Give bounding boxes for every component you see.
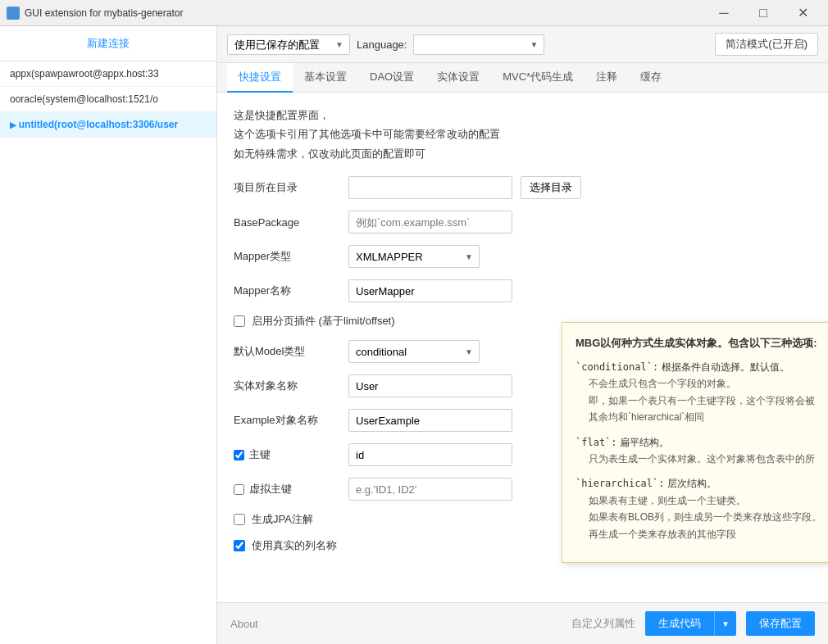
tooltip-hierarchical-detail1: 如果表有主键，则生成一个主键类。	[589, 492, 828, 509]
tooltip-hierarchical-detail2: 如果表有BLOB列，则生成另一个类来存放这些字段。	[589, 509, 828, 525]
generate-jpa-checkbox[interactable]	[234, 514, 245, 525]
main-layout: 新建连接 appx(spawpawroot@appx.host:33 oorac…	[0, 26, 828, 644]
mapper-name-label: Mapper名称	[234, 283, 340, 298]
desc-line-3: 如无特殊需求，仅改动此页面的配置即可	[234, 144, 812, 163]
sidebar-header: 新建连接	[0, 26, 216, 61]
sidebar-item-untitled[interactable]: untitled(root@localhost:3306/user	[0, 112, 216, 138]
pagination-label[interactable]: 启用分页插件 (基于limit/offset)	[252, 314, 395, 329]
language-label: Language:	[357, 39, 407, 51]
pagination-checkbox[interactable]	[234, 315, 245, 327]
mapper-name-input[interactable]	[348, 279, 512, 302]
tab-cache[interactable]: 缓存	[629, 63, 673, 93]
use-real-col-label[interactable]: 使用真实的列名称	[252, 538, 337, 553]
language-select[interactable]	[413, 34, 544, 55]
desc-line-2: 这个选项卡引用了其他选项卡中可能需要经常改动的配置	[234, 125, 812, 143]
tab-dao-settings[interactable]: DAO设置	[358, 63, 425, 93]
tab-entity-settings[interactable]: 实体设置	[425, 63, 491, 93]
bottom-bar: About 自定义列属性 生成代码 ▼ 保存配置	[217, 602, 828, 644]
tooltip-conditional-section: `conditional`: 根据条件自动选择。默认值。 不会生成只包含一个字段…	[576, 359, 828, 426]
tooltip-conditional-detail2: 即，如果一个表只有一个主键字段，这个字段将会被	[589, 392, 828, 409]
form-content: 这是快捷配置界面， 这个选项卡引用了其他选项卡中可能需要经常改动的配置 如无特殊…	[217, 93, 828, 602]
default-model-select-wrapper: conditional flat hierarchical ▼	[348, 340, 480, 363]
sidebar: 新建连接 appx(spawpawroot@appx.host:33 oorac…	[0, 26, 217, 644]
mapper-type-select[interactable]: XMLMAPPER ANNOTATEDMAPPER MIXEDMAPPER	[348, 245, 480, 268]
default-model-label: 默认Model类型	[234, 344, 340, 359]
tab-mvc-codegen[interactable]: MVC*代码生成	[491, 63, 585, 93]
generate-code-button[interactable]: 生成代码	[645, 611, 714, 636]
custom-attr-button[interactable]: 自定义列属性	[571, 616, 635, 631]
virtual-key-input[interactable]	[348, 478, 512, 501]
tooltip-flat-key: `flat`:	[576, 437, 617, 448]
tabs: 快捷设置 基本设置 DAO设置 实体设置 MVC*代码生成 注释 缓存	[217, 63, 828, 93]
tooltip-flat-desc: 扁平结构。	[620, 437, 669, 448]
tooltip-conditional-detail3: 其余均和`hierarchical`相同	[589, 409, 828, 425]
minimize-button[interactable]: ─	[705, 0, 743, 26]
base-package-input[interactable]	[348, 211, 512, 234]
select-dir-button[interactable]: 选择目录	[521, 176, 581, 199]
primary-key-checkbox[interactable]	[234, 450, 244, 460]
tab-comments[interactable]: 注释	[585, 63, 629, 93]
tooltip-conditional-detail1: 不会生成只包含一个字段的对象。	[589, 375, 828, 392]
simple-mode-button[interactable]: 简洁模式(已开启)	[715, 33, 818, 56]
entity-name-label: 实体对象名称	[234, 379, 340, 393]
close-button[interactable]: ✕	[784, 0, 821, 26]
tooltip-hierarchical-detail3: 再生成一个类来存放表的其他字段	[589, 526, 828, 542]
generate-code-dropdown-button[interactable]: ▼	[714, 611, 736, 636]
entity-name-input[interactable]	[348, 374, 512, 397]
title-bar: GUI extension for mybatis-generator ─ □ …	[0, 0, 828, 26]
model-type-tooltip: MBG以何种方式生成实体对象。包含以下三种选项: `conditional`: …	[562, 322, 828, 563]
primary-key-input[interactable]	[348, 443, 512, 466]
project-dir-row: 项目所在目录 选择目录	[234, 176, 812, 199]
base-package-label: BasePackage	[234, 216, 340, 229]
tooltip-flat-detail: 只为表生成一个实体对象。这个对象将包含表中的所	[589, 451, 828, 467]
tab-basic-settings[interactable]: 基本设置	[293, 63, 358, 93]
tooltip-hierarchical-desc: 层次结构。	[667, 478, 717, 489]
project-dir-input[interactable]	[348, 176, 512, 199]
tooltip-hierarchical-key: `hierarchical`:	[576, 478, 664, 489]
language-select-wrapper: ▼	[413, 34, 544, 55]
virtual-key-checkbox[interactable]	[234, 484, 244, 495]
mapper-type-label: Mapper类型	[234, 249, 340, 264]
title-bar-controls: ─ □ ✕	[705, 0, 821, 26]
content-area: 使用已保存的配置 ▼ Language: ▼ 简洁模式(已开启) 快捷设置 基本…	[217, 26, 828, 644]
example-name-input[interactable]	[348, 409, 512, 432]
mapper-type-select-wrapper: XMLMAPPER ANNOTATEDMAPPER MIXEDMAPPER ▼	[348, 245, 480, 268]
tab-quick-settings[interactable]: 快捷设置	[227, 63, 293, 93]
save-config-button[interactable]: 保存配置	[746, 611, 815, 636]
tooltip-hierarchical-section: `hierarchical`: 层次结构。 如果表有主键，则生成一个主键类。 如…	[576, 475, 828, 542]
mapper-type-row: Mapper类型 XMLMAPPER ANNOTATEDMAPPER MIXED…	[234, 245, 812, 268]
primary-key-label[interactable]: 主键	[249, 447, 271, 462]
title-bar-text: GUI extension for mybatis-generator	[25, 7, 705, 19]
sidebar-item-appx[interactable]: appx(spawpawroot@appx.host:33	[0, 61, 216, 87]
desc-line-1: 这是快捷配置界面，	[234, 106, 812, 125]
app-icon	[7, 7, 20, 20]
generate-jpa-label[interactable]: 生成JPA注解	[252, 512, 313, 527]
config-select[interactable]: 使用已保存的配置	[227, 34, 350, 55]
use-real-col-checkbox[interactable]	[234, 540, 245, 551]
tooltip-conditional-key: `conditional`:	[576, 361, 658, 373]
tooltip-conditional-desc: 根据条件自动选择。默认值。	[662, 361, 789, 373]
example-name-label: Example对象名称	[234, 413, 340, 428]
new-connection-link[interactable]: 新建连接	[87, 37, 130, 49]
tooltip-flat-section: `flat`: 扁平结构。 只为表生成一个实体对象。这个对象将包含表中的所	[576, 434, 828, 468]
tooltip-title: MBG以何种方式生成实体对象。包含以下三种选项:	[576, 334, 828, 352]
project-dir-label: 项目所在目录	[234, 180, 340, 195]
config-select-wrapper: 使用已保存的配置 ▼	[227, 34, 350, 55]
toolbar: 使用已保存的配置 ▼ Language: ▼ 简洁模式(已开启)	[217, 26, 828, 63]
form-description: 这是快捷配置界面， 这个选项卡引用了其他选项卡中可能需要经常改动的配置 如无特殊…	[234, 106, 812, 163]
about-link[interactable]: About	[230, 618, 258, 630]
mapper-name-row: Mapper名称	[234, 279, 812, 302]
sidebar-item-oracle[interactable]: ooracle(system@localhost:1521/o	[0, 87, 216, 112]
generate-btn-wrapper: 生成代码 ▼	[645, 611, 736, 636]
base-package-row: BasePackage	[234, 211, 812, 234]
maximize-button[interactable]: □	[744, 0, 782, 26]
default-model-select[interactable]: conditional flat hierarchical	[348, 340, 480, 363]
virtual-key-label[interactable]: 虚拟主键	[249, 482, 292, 497]
